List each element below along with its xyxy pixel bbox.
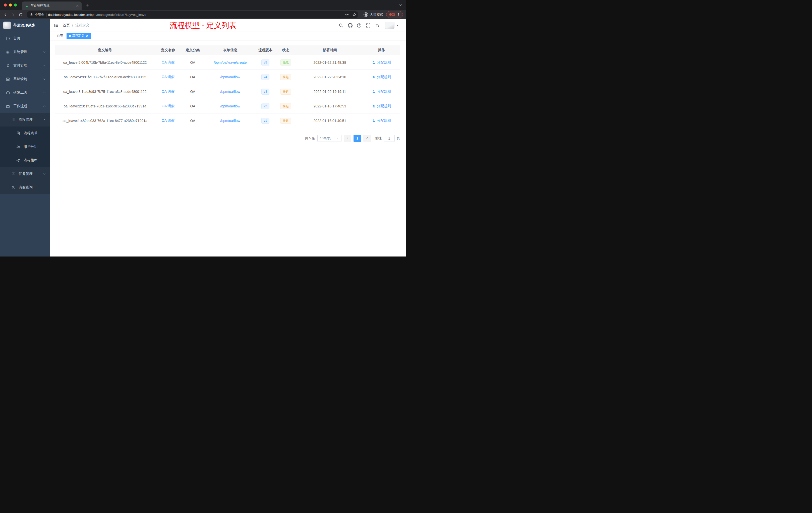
font-size-icon[interactable] — [375, 23, 380, 28]
password-key-icon[interactable] — [345, 12, 349, 17]
sidebar-item-6[interactable]: 流程管理 — [0, 113, 50, 126]
sidebar: 芋道管理系统 首页系统管理支付管理基础设施研发工具工作流程流程管理流程表单用户分… — [0, 19, 50, 256]
next-page-button[interactable] — [363, 135, 371, 142]
deploy-time: 2022-01-22 20:34:10 — [297, 70, 363, 84]
form-info-cell: /bpm/oa/flow — [204, 84, 256, 99]
definition-name-link[interactable]: OA 请假 — [162, 104, 174, 109]
assign-rule-link[interactable]: 分配规则 — [372, 104, 391, 109]
person-icon — [11, 185, 15, 190]
goto-page-input[interactable] — [384, 135, 395, 142]
deploy-time: 2022-01-16 17:46:53 — [297, 99, 363, 113]
kebab-menu-icon[interactable] — [397, 13, 400, 16]
sidebar-item-label: 任务管理 — [19, 172, 40, 176]
sidebar-logo[interactable]: 芋道管理系统 — [0, 19, 50, 32]
address-bar[interactable]: 不安全 dashboard.yudao.iocoder.cn/bpm/manag… — [27, 11, 358, 18]
version-cell: v3 — [256, 84, 275, 99]
chevron-right-icon — [366, 137, 369, 140]
avatar[interactable] — [385, 22, 395, 29]
sidebar-item-2[interactable]: 支付管理 — [0, 59, 50, 72]
warning-triangle-icon — [30, 13, 33, 17]
action-cell: 分配规则 — [363, 55, 400, 69]
sidebar-item-4[interactable]: 研发工具 — [0, 86, 50, 99]
table-row-0: oa_leave:5:004b710b-7b8a-11ec-8ef0-acde4… — [55, 55, 400, 70]
new-tab-button[interactable] — [84, 2, 90, 8]
tab-close-button[interactable] — [75, 4, 80, 8]
chevron-left-icon — [346, 137, 349, 140]
document-icon — [16, 131, 20, 135]
sidebar-item-1[interactable]: 系统管理 — [0, 45, 50, 59]
reload-button[interactable] — [17, 11, 24, 18]
form-link[interactable]: /bpm/oa/flow — [220, 119, 240, 123]
logo-title: 芋道管理系统 — [13, 23, 35, 28]
search-icon[interactable] — [339, 23, 344, 28]
hamburger-icon[interactable] — [54, 23, 59, 28]
assign-rule-link[interactable]: 分配规则 — [372, 118, 391, 123]
definition-name-link[interactable]: OA 请假 — [162, 89, 174, 94]
column-header-4: 流程版本 — [256, 46, 275, 55]
status-badge: 激活 — [280, 59, 291, 65]
assign-rule-link[interactable]: 分配规则 — [372, 60, 391, 65]
chrome-update-button[interactable]: 更新 — [386, 11, 403, 18]
close-window-button[interactable] — [4, 3, 7, 6]
form-link[interactable]: /bpm/oa/flow — [220, 75, 240, 79]
active-tag-dot — [69, 35, 71, 37]
close-icon — [86, 35, 88, 37]
help-icon[interactable]: ? — [357, 23, 361, 28]
form-link[interactable]: /bpm/oa/flow — [220, 90, 240, 94]
sidebar-item-label: 流程模型 — [24, 158, 46, 163]
definition-name-link[interactable]: OA 请假 — [162, 60, 174, 65]
plane-icon — [16, 158, 20, 163]
back-button[interactable] — [2, 11, 9, 18]
action-cell: 分配规则 — [363, 84, 400, 99]
site-favicon-icon — [25, 4, 29, 8]
tag-close-button[interactable] — [85, 34, 89, 38]
browser-tab[interactable]: 芋道管理系统 — [22, 1, 82, 10]
sidebar-item-3[interactable]: 基础设施 — [0, 72, 50, 86]
tag-1[interactable]: 流程定义 — [66, 33, 91, 39]
pagination-total: 共 5 条 — [305, 136, 315, 141]
sidebar-item-0[interactable]: 首页 — [0, 32, 50, 45]
sidebar-item-5[interactable]: 工作流程 — [0, 99, 50, 113]
tab-search-chevron-icon[interactable] — [399, 3, 403, 7]
user-menu[interactable] — [385, 22, 399, 29]
prev-page-button[interactable] — [344, 135, 351, 142]
github-icon[interactable] — [348, 23, 352, 28]
tag-0[interactable]: 首页 — [55, 33, 65, 39]
incognito-badge: 无痕模式 — [363, 12, 383, 17]
bookmark-star-icon[interactable] — [352, 12, 356, 17]
url-text[interactable]: dashboard.yudao.iocoder.cn/bpm/manager/d… — [48, 13, 342, 17]
assign-rule-link[interactable]: 分配规则 — [372, 89, 391, 94]
sidebar-item-11[interactable]: 请假查询 — [0, 181, 50, 194]
user-icon — [372, 75, 376, 79]
security-chip[interactable]: 不安全 — [30, 12, 45, 17]
form-link[interactable]: /bpm/oa/leave/create — [214, 60, 247, 64]
breadcrumb-home[interactable]: 首页 — [63, 23, 70, 28]
version-cell: v2 — [256, 99, 275, 113]
column-header-0: 定义编号 — [55, 46, 155, 55]
breadcrumb-separator: / — [72, 23, 73, 27]
browser-toolbar: 不安全 dashboard.yudao.iocoder.cn/bpm/manag… — [0, 10, 406, 19]
definition-name-link[interactable]: OA 请假 — [162, 118, 174, 123]
chevron-up-icon — [43, 118, 46, 121]
tag-label: 流程定义 — [72, 34, 84, 38]
list-icon — [11, 118, 15, 122]
fullscreen-icon[interactable] — [366, 23, 371, 28]
page-number-button[interactable]: 1 — [353, 135, 361, 142]
flag-icon — [11, 172, 15, 176]
minimize-window-button[interactable] — [9, 3, 12, 6]
deploy-time: 2022-01-22 19:19:11 — [297, 84, 363, 99]
sidebar-item-10[interactable]: 任务管理 — [0, 167, 50, 181]
url-divider — [46, 13, 47, 17]
definition-id: oa_leave:1:482ec033-762a-11ec-8477-a2380… — [55, 114, 155, 128]
assign-rule-link[interactable]: 分配规则 — [372, 75, 391, 79]
sidebar-item-7[interactable]: 流程表单 — [0, 126, 50, 140]
definition-name-link[interactable]: OA 请假 — [162, 75, 174, 79]
form-link[interactable]: /bpm/oa/flow — [220, 104, 240, 108]
page-size-select[interactable]: 10条/页 — [317, 135, 342, 142]
forward-button[interactable] — [9, 11, 17, 18]
definition-name-cell: OA 请假 — [155, 99, 181, 113]
content: 定义编号定义名称定义分类表单信息流程版本状态部署时间操作oa_leave:5:0… — [50, 40, 406, 142]
sidebar-item-9[interactable]: 流程模型 — [0, 154, 50, 167]
zoom-window-button[interactable] — [14, 3, 17, 6]
sidebar-item-8[interactable]: 用户分组 — [0, 140, 50, 154]
